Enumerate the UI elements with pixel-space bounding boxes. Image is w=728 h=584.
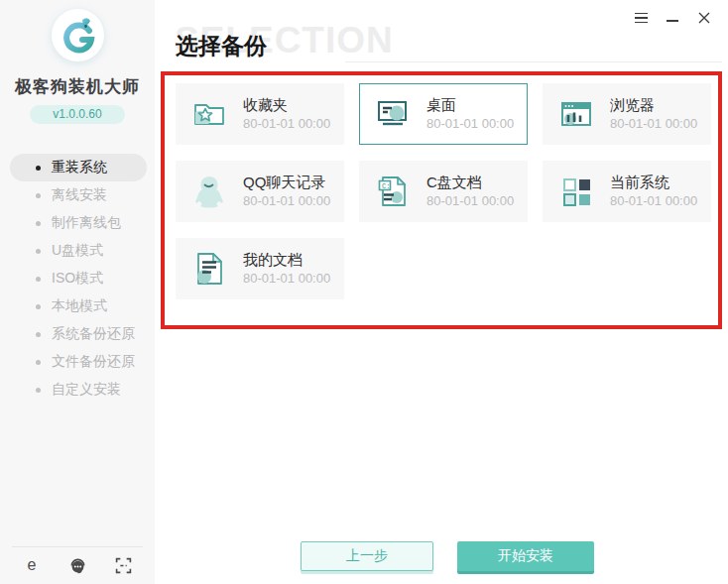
- browser-icon: [556, 94, 596, 134]
- title-divider: [345, 61, 722, 62]
- window-controls: [633, 10, 712, 26]
- backup-card-text: 收藏夹 80-01-01 00:00: [243, 95, 330, 133]
- sidebar-subitem-label: 重装系统: [52, 159, 107, 176]
- backup-card-label: 收藏夹: [243, 95, 330, 115]
- backup-card-text: 我的文档 80-01-01 00:00: [243, 250, 330, 288]
- sidebar: 极客狗装机大师 v1.0.0.60 装机首页 一键装机 重装系统 离线安装 制作…: [0, 0, 155, 584]
- backup-card[interactable]: 桌面 80-01-01 00:00: [359, 83, 528, 145]
- start-install-button[interactable]: 开始安装: [457, 541, 594, 571]
- current-system-icon: [556, 172, 596, 211]
- backup-card-text: 当前系统 80-01-01 00:00: [610, 173, 697, 210]
- sidebar-subitem-label: 本地模式: [52, 297, 107, 315]
- bullet-icon: [36, 388, 41, 393]
- backup-card-date: 80-01-01 00:00: [610, 115, 697, 133]
- backup-card-date: 80-01-01 00:00: [610, 192, 697, 210]
- support-headset-icon[interactable]: [67, 555, 87, 575]
- scan-icon[interactable]: [113, 555, 133, 575]
- bullet-icon: [36, 360, 41, 365]
- backup-card-text: 桌面 80-01-01 00:00: [426, 95, 514, 133]
- backup-card-label: 桌面: [426, 95, 514, 115]
- sidebar-subitem-label: 自定义安装: [52, 381, 121, 399]
- qq-icon: [189, 172, 229, 211]
- sidebar-subitem[interactable]: ISO模式: [0, 265, 155, 292]
- backup-card[interactable]: QQ聊天记录 80-01-01 00:00: [176, 161, 344, 222]
- sidebar-subitem[interactable]: 本地模式: [0, 292, 155, 320]
- backup-card-date: 80-01-01 00:00: [243, 115, 330, 133]
- bullet-icon: [36, 221, 41, 226]
- backup-card-label: 浏览器: [610, 95, 697, 115]
- backup-card-label: C盘文档: [426, 173, 514, 192]
- close-icon[interactable]: [696, 10, 712, 26]
- hamburger-icon: [635, 13, 648, 24]
- menu-icon[interactable]: [633, 10, 649, 26]
- bullet-icon: [36, 166, 41, 171]
- my-documents-icon: [189, 249, 229, 289]
- version-badge: v1.0.0.60: [30, 105, 125, 124]
- backup-card-date: 80-01-01 00:00: [243, 270, 330, 288]
- backup-card-text: 浏览器 80-01-01 00:00: [610, 95, 697, 133]
- backup-card-text: QQ聊天记录 80-01-01 00:00: [243, 173, 330, 210]
- app-name: 极客狗装机大师: [0, 75, 155, 98]
- app-window: 极客狗装机大师 v1.0.0.60 装机首页 一键装机 重装系统 离线安装 制作…: [0, 0, 728, 584]
- backup-card-label: 我的文档: [243, 250, 330, 270]
- sidebar-footer-divider: [12, 546, 143, 547]
- backup-card[interactable]: 收藏夹 80-01-01 00:00: [176, 83, 344, 145]
- backup-card-date: 80-01-01 00:00: [426, 192, 514, 210]
- bullet-icon: [36, 277, 41, 282]
- bullet-icon: [36, 304, 41, 309]
- sidebar-subitem[interactable]: 文件备份还原: [0, 348, 155, 376]
- sidebar-footer: e: [0, 555, 155, 575]
- bullet-icon: [36, 332, 41, 337]
- favorites-folder-icon: [189, 94, 229, 134]
- sidebar-subitem-label: U盘模式: [52, 242, 103, 260]
- sidebar-nav: 装机首页 一键装机 重装系统 离线安装 制作离线包 启动U盘 U盘模式: [0, 154, 155, 404]
- svg-text:C:: C:: [382, 182, 390, 190]
- sidebar-subitem-label: 文件备份还原: [52, 353, 135, 371]
- backup-card-text: C盘文档 80-01-01 00:00: [426, 173, 514, 210]
- c-drive-doc-icon: C:: [373, 172, 413, 211]
- main-panel: SELECTION 选择备份 收藏夹 80-01-01 00:00 桌面 80-…: [155, 0, 728, 584]
- desktop-icon: [373, 94, 413, 134]
- bullet-icon: [36, 193, 41, 198]
- action-bar: 上一步 开始安装: [155, 541, 728, 571]
- sidebar-subitem[interactable]: 系统备份还原: [0, 320, 155, 348]
- sidebar-subitem-label: 离线安装: [52, 186, 107, 204]
- backup-card-date: 80-01-01 00:00: [426, 115, 514, 133]
- app-logo-icon: [52, 9, 104, 61]
- backup-card-label: 当前系统: [610, 173, 697, 192]
- backup-card[interactable]: 我的文档 80-01-01 00:00: [176, 238, 344, 299]
- backup-card[interactable]: 当前系统 80-01-01 00:00: [543, 161, 711, 222]
- backup-card[interactable]: 浏览器 80-01-01 00:00: [543, 83, 711, 145]
- sidebar-subitem[interactable]: 重装系统: [10, 154, 147, 181]
- sidebar-subitem[interactable]: 离线安装: [0, 181, 155, 209]
- bullet-icon: [36, 249, 41, 254]
- sidebar-subitem[interactable]: 自定义安装: [0, 376, 155, 404]
- sidebar-subitem[interactable]: 制作离线包: [0, 209, 155, 237]
- backup-card-label: QQ聊天记录: [243, 173, 330, 192]
- backup-card-date: 80-01-01 00:00: [243, 192, 330, 210]
- sidebar-subitem-label: ISO模式: [52, 270, 103, 288]
- page-title: 选择备份: [176, 31, 267, 61]
- sidebar-subitem-label: 系统备份还原: [52, 325, 135, 343]
- ie-browser-icon[interactable]: e: [22, 555, 42, 575]
- previous-step-button[interactable]: 上一步: [301, 541, 433, 571]
- sidebar-subitem-label: 制作离线包: [52, 214, 121, 232]
- minimize-icon[interactable]: [665, 10, 680, 26]
- sidebar-subitem[interactable]: U盘模式: [0, 237, 155, 265]
- backup-card-grid: 收藏夹 80-01-01 00:00 桌面 80-01-01 00:00 浏览器…: [176, 83, 711, 299]
- backup-card[interactable]: C: C盘文档 80-01-01 00:00: [359, 161, 528, 222]
- ie-browser-glyph: e: [28, 556, 37, 574]
